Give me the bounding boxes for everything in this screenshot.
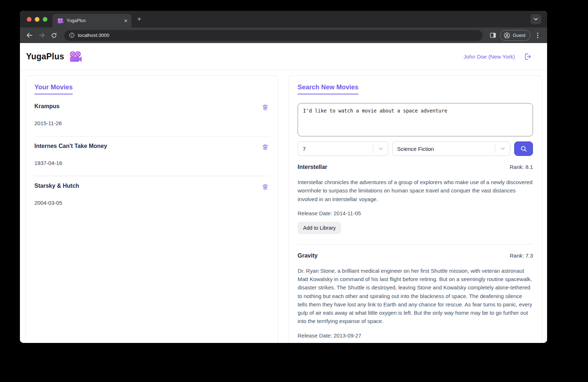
search-results: Interstellar Rank: 8.1 Interstellar chro… <box>298 156 533 343</box>
result-description: Dr. Ryan Stone, a brilliant medical engi… <box>298 267 533 326</box>
url-text: localhost:3000 <box>78 33 109 38</box>
movie-title: Internes Can't Take Money <box>34 143 107 149</box>
max-results-select[interactable]: 7 <box>298 141 388 156</box>
add-to-library-button[interactable]: Add to Library <box>298 222 341 234</box>
result-release-date: Release Date: 2014-11-05 <box>298 210 533 216</box>
app-title: YugaPlus <box>26 52 64 61</box>
favicon-movie-camera-icon <box>57 18 63 24</box>
logout-icon[interactable] <box>524 52 532 61</box>
movie-release-date: 1937-04-16 <box>34 160 269 166</box>
movie-release-date: 2015-11-26 <box>34 120 269 126</box>
close-window-button[interactable] <box>27 17 32 22</box>
window-controls <box>20 17 52 22</box>
back-icon[interactable] <box>24 30 34 41</box>
delete-movie-trash-icon[interactable] <box>261 143 269 151</box>
max-results-value: 7 <box>303 146 306 152</box>
search-result-item: Gravity Rank: 7.3 Dr. Ryan Stone, a bril… <box>298 244 533 343</box>
tab-yugaplus[interactable]: YugaPlus ✕ <box>52 14 131 27</box>
library-movie-item: Starsky & Hutch 2004-03-05 <box>34 176 269 216</box>
result-rank: Rank: 7.3 <box>510 252 533 259</box>
movie-list: Krampus 2015-11-26 Internes Can't Take M… <box>34 97 269 216</box>
zoom-window-button[interactable] <box>43 17 47 22</box>
chevron-down-icon <box>495 147 510 150</box>
browser-toolbar: localhost:3000 Guest <box>20 27 547 43</box>
library-movie-item: Internes Can't Take Money 1937-04-16 <box>34 136 269 176</box>
tab-close-icon[interactable]: ✕ <box>124 18 128 23</box>
search-query-input[interactable]: I'd like to watch a movie about a space … <box>298 103 533 136</box>
category-select[interactable]: Science Fiction <box>392 141 510 156</box>
search-icon <box>520 145 527 152</box>
browser-menu-kebab-icon[interactable] <box>533 30 543 41</box>
tab-title: YugaPlus <box>67 18 121 23</box>
new-tab-button[interactable]: + <box>137 15 141 23</box>
site-info-icon[interactable] <box>69 33 75 38</box>
chevron-down-icon <box>373 147 388 150</box>
search-controls: 7 Science Fiction <box>298 141 533 156</box>
search-button[interactable] <box>514 141 533 156</box>
side-panel-icon[interactable] <box>488 30 498 41</box>
library-movie-item: Krampus 2015-11-26 <box>34 97 269 136</box>
result-title: Gravity <box>298 252 318 259</box>
result-description: Interstellar chronicles the adventures o… <box>298 178 533 203</box>
browser-tab-strip: YugaPlus ✕ + <box>20 11 547 27</box>
result-release-date: Release Date: 2013-09-27 <box>298 332 533 339</box>
reload-icon[interactable] <box>49 30 59 41</box>
category-value: Science Fiction <box>397 146 434 152</box>
search-result-item: Interstellar Rank: 8.1 Interstellar chro… <box>298 156 533 244</box>
search-heading: Search New Movies <box>298 84 358 94</box>
user-name: John Doe (New York) <box>463 54 515 60</box>
movie-title: Starsky & Hutch <box>34 183 79 189</box>
yugaplus-page: YugaPlus John Doe (New York) Your Movies <box>20 43 547 343</box>
search-panel: Search New Movies I'd like to watch a mo… <box>289 75 542 343</box>
your-movies-heading: Your Movies <box>34 84 73 94</box>
profile-button[interactable]: Guest <box>500 30 530 41</box>
browser-window: YugaPlus ✕ + localhost:3000 Guest <box>20 11 547 343</box>
delete-movie-trash-icon[interactable] <box>261 103 269 111</box>
forward-icon[interactable] <box>37 30 47 41</box>
main-content: Your Movies Krampus 2015-11-26 <box>20 70 547 343</box>
profile-label: Guest <box>513 33 525 38</box>
brand: YugaPlus <box>26 51 82 62</box>
movie-title: Krampus <box>34 103 59 110</box>
movie-camera-logo-icon <box>69 51 82 62</box>
tab-search-chevron-icon[interactable] <box>530 14 541 24</box>
your-movies-panel: Your Movies Krampus 2015-11-26 <box>25 75 278 343</box>
minimize-window-button[interactable] <box>35 17 39 22</box>
app-header: YugaPlus John Doe (New York) <box>20 43 547 70</box>
movie-release-date: 2004-03-05 <box>34 200 269 206</box>
address-bar[interactable]: localhost:3000 <box>64 30 483 41</box>
result-title: Interstellar <box>298 164 327 170</box>
delete-movie-trash-icon[interactable] <box>261 183 269 191</box>
result-rank: Rank: 8.1 <box>510 164 533 170</box>
